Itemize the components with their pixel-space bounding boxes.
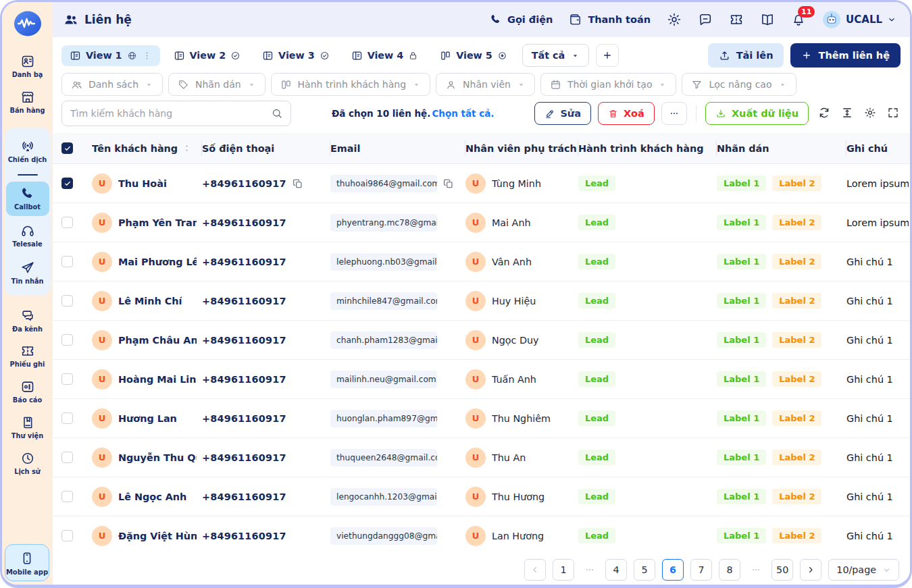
table-row[interactable]: UHương Lan +84961160917 huonglan.pham897… bbox=[53, 399, 910, 438]
sidebar-item-telesale[interactable]: Telesale bbox=[6, 219, 49, 253]
view-tab-1[interactable]: View 1 bbox=[61, 45, 160, 66]
prev-page-button[interactable] bbox=[524, 559, 546, 581]
customer-name[interactable]: Phạm Yên Trang bbox=[118, 217, 197, 228]
row-checkbox[interactable] bbox=[61, 334, 73, 346]
filter-thoi-gian-khoi-tao[interactable]: Thời gian khởi tạo bbox=[540, 73, 677, 96]
select-all-link[interactable]: Chọn tất cả. bbox=[432, 108, 494, 119]
row-checkbox[interactable] bbox=[61, 491, 73, 502]
sidebar-item-chien-dich[interactable]: Chiến dịch bbox=[6, 134, 49, 169]
guide-button[interactable] bbox=[760, 12, 775, 27]
customer-name[interactable]: Hương Lan bbox=[118, 413, 177, 424]
call-button[interactable]: Gọi điện bbox=[490, 14, 553, 26]
upload-button[interactable]: Tải lên bbox=[708, 43, 784, 68]
edit-button[interactable]: Sửa bbox=[534, 102, 591, 125]
table-row[interactable]: ULê Minh Chí +84961160917 minhchile847@g… bbox=[53, 282, 910, 321]
customer-name[interactable]: Thu Hoài bbox=[118, 178, 167, 189]
filter-nhan-dan[interactable]: Nhãn dán bbox=[168, 73, 265, 96]
account-menu[interactable]: UCALL bbox=[822, 10, 896, 29]
table-row[interactable]: UHoàng Mai Linh +84961160917 mailinh.neu… bbox=[53, 360, 910, 399]
payment-button[interactable]: Thanh toán bbox=[569, 13, 651, 26]
row-checkbox[interactable] bbox=[61, 412, 73, 424]
filter-hanh-trinh-khach-hang[interactable]: Hành trình khách hàng bbox=[271, 73, 430, 96]
column-header-notes[interactable]: Ghi chú bbox=[846, 133, 910, 163]
sidebar-item-thu-vien[interactable]: Thư viện bbox=[6, 410, 49, 445]
sort-icon[interactable] bbox=[182, 143, 192, 153]
customer-name[interactable]: Mai Phương Lê bbox=[118, 257, 197, 267]
customer-name[interactable]: Phạm Châu Anh bbox=[118, 335, 197, 346]
customer-name[interactable]: Nguyễn Thu Quỳ bbox=[118, 452, 197, 463]
column-header-email[interactable]: Email bbox=[330, 133, 465, 163]
customer-name[interactable]: Đặng Việt Hùng bbox=[118, 531, 197, 541]
sidebar-item-lich-su[interactable]: Lịch sử bbox=[6, 446, 49, 481]
sidebar-item-phieu-ghi[interactable]: Phiếu ghi bbox=[6, 339, 49, 373]
tickets-button[interactable] bbox=[729, 12, 744, 27]
table-row[interactable]: ULê Ngọc Anh +84961160917 lengocanhh.120… bbox=[53, 477, 910, 516]
dots-v-icon[interactable] bbox=[142, 51, 152, 61]
page-button-7[interactable]: 7 bbox=[690, 559, 712, 581]
sidebar-item-callbot[interactable]: Callbot bbox=[6, 182, 49, 216]
chat-button[interactable] bbox=[698, 12, 713, 27]
page-size-select[interactable]: 10/page bbox=[828, 559, 899, 581]
refresh-button[interactable] bbox=[818, 107, 832, 120]
table-row[interactable]: UNguyễn Thu Quỳ +84961160917 thuqueen264… bbox=[53, 438, 910, 477]
copy-icon[interactable] bbox=[293, 178, 303, 189]
filter-loc-nang-cao[interactable]: Lọc nâng cao bbox=[682, 73, 796, 96]
sidebar-item-mobile-app[interactable]: Mobile app bbox=[5, 544, 49, 581]
customer-name[interactable]: Hoàng Mai Linh bbox=[118, 374, 197, 385]
row-checkbox[interactable] bbox=[61, 178, 73, 189]
delete-button[interactable]: Xoá bbox=[598, 102, 655, 125]
row-checkbox[interactable] bbox=[61, 373, 73, 385]
table-row[interactable]: UPhạm Yên Trang +84961160917 phyentrang.… bbox=[53, 203, 910, 242]
table-row[interactable]: UPhạm Châu Anh +84961160917 chanh.pham12… bbox=[53, 321, 910, 360]
column-header-phone[interactable]: Số điện thoại bbox=[202, 133, 330, 163]
copy-icon[interactable] bbox=[443, 178, 454, 189]
column-header-customer-journey[interactable]: Hành trình khách hàng bbox=[578, 133, 717, 163]
search-input[interactable] bbox=[61, 101, 291, 126]
fullscreen-button[interactable] bbox=[887, 107, 901, 120]
page-button-4[interactable]: 4 bbox=[605, 559, 627, 581]
table-row[interactable]: UĐặng Việt Hùng +84961160917 viethungdan… bbox=[53, 516, 910, 555]
filter-danh-sach[interactable]: Danh sách bbox=[61, 73, 163, 96]
column-header-customer-name[interactable]: Tên khách hàng bbox=[92, 133, 202, 163]
page-button-1[interactable]: 1 bbox=[553, 559, 574, 581]
add-contact-button[interactable]: Thêm liên hệ bbox=[790, 43, 901, 68]
sidebar-item-tin-nhan[interactable]: Tin nhắn bbox=[6, 256, 49, 290]
page-button-5[interactable]: 5 bbox=[634, 559, 655, 581]
row-checkbox[interactable] bbox=[61, 452, 73, 463]
select-all-checkbox[interactable] bbox=[61, 142, 73, 154]
sidebar-item-ban-hang[interactable]: Bán hàng bbox=[6, 85, 49, 119]
customer-name[interactable]: Lê Minh Chí bbox=[118, 296, 182, 306]
row-checkbox[interactable] bbox=[61, 256, 73, 267]
column-header-labels[interactable]: Nhãn dán bbox=[717, 133, 846, 163]
table-row[interactable]: UMai Phương Lê +84961160917 lelephuong.n… bbox=[53, 242, 910, 282]
pagination-ellipsis[interactable] bbox=[747, 564, 765, 575]
view-tab-4[interactable]: View 4 bbox=[343, 45, 427, 66]
row-height-button[interactable] bbox=[841, 107, 855, 120]
add-view-button[interactable] bbox=[596, 44, 619, 67]
table-settings-button[interactable] bbox=[864, 107, 878, 120]
page-button-6[interactable]: 6 bbox=[662, 559, 684, 581]
table-row[interactable]: UThu Hoài +84961160917 thuhoai9864@gmail… bbox=[53, 164, 910, 203]
page-button-8[interactable]: 8 bbox=[719, 559, 740, 581]
app-logo[interactable] bbox=[11, 7, 44, 40]
page-button-50[interactable]: 50 bbox=[771, 559, 793, 581]
sidebar-item-da-kenh[interactable]: Đa kênh bbox=[6, 304, 49, 338]
filter-nhan-vien[interactable]: Nhân viên bbox=[436, 73, 535, 96]
sidebar-item-danh-ba[interactable]: Danh bạ bbox=[6, 49, 49, 84]
notifications-button[interactable]: 11 bbox=[791, 12, 806, 27]
view-tab-3[interactable]: View 3 bbox=[254, 45, 338, 66]
row-checkbox[interactable] bbox=[61, 295, 73, 306]
settings-button[interactable] bbox=[667, 12, 682, 27]
view-tab-2[interactable]: View 2 bbox=[166, 45, 249, 66]
customer-name[interactable]: Lê Ngọc Anh bbox=[118, 491, 186, 502]
row-checkbox[interactable] bbox=[61, 217, 73, 228]
view-tab-5[interactable]: View 5 bbox=[432, 45, 515, 66]
view-all-filter-button[interactable]: Tất cả bbox=[522, 44, 589, 67]
more-actions-button[interactable] bbox=[661, 102, 687, 125]
sidebar-item-bao-cao[interactable]: Báo cáo bbox=[6, 375, 49, 409]
next-page-button[interactable] bbox=[800, 559, 821, 581]
pagination-ellipsis[interactable] bbox=[581, 564, 599, 575]
column-header-assigned-staff[interactable]: Nhân viên phụ trách bbox=[465, 133, 578, 163]
export-button[interactable]: Xuất dữ liệu bbox=[705, 102, 809, 125]
row-checkbox[interactable] bbox=[61, 530, 73, 541]
